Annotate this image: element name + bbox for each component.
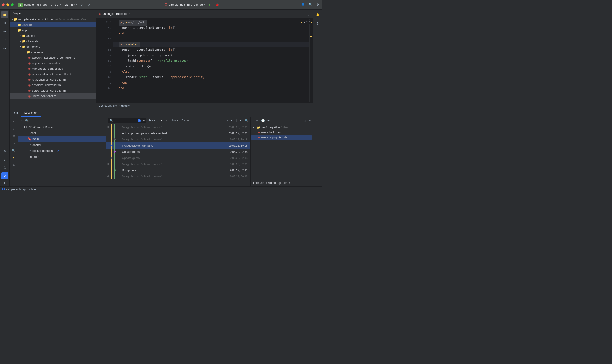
remote-node[interactable]: › Remote <box>18 154 106 160</box>
more-tool-button[interactable]: … <box>1 44 8 51</box>
maximize-window-button[interactable] <box>11 3 14 6</box>
eye-icon[interactable]: 👁 <box>240 119 243 122</box>
tree-item-app[interactable]: ▾ 📁 app <box>10 27 96 33</box>
project-tool-button[interactable]: 📁 <box>1 11 8 18</box>
history-icon[interactable]: 🕘 <box>261 119 265 122</box>
more-icon[interactable]: ⋮ <box>222 2 227 8</box>
commit-row[interactable]: Include broken-up tests19.05.22, 19:18 <box>106 143 250 149</box>
more-icon[interactable]: ⋮ <box>302 111 305 115</box>
detail-folder[interactable]: ▾ 📁 test/integration 2 files <box>251 125 312 130</box>
tab-more-button[interactable]: ⋮ <box>304 10 313 18</box>
branch-docker[interactable]: ⎇ docker <box>18 142 106 148</box>
close-tab-icon[interactable]: × <box>128 12 130 15</box>
eye-icon[interactable]: 👁 <box>267 119 270 122</box>
regex-toggle[interactable]: .* <box>138 119 141 122</box>
database-button[interactable]: 🗄 <box>314 20 321 27</box>
debug-button[interactable]: 🐞 <box>214 2 220 8</box>
git-update-button[interactable]: ↙ <box>1 156 8 163</box>
structure-tool-button[interactable]: ⊞ <box>1 19 8 26</box>
revert-icon[interactable]: ↶ <box>256 119 259 122</box>
commit-row[interactable]: Update gems19.05.22, 02:35 <box>106 149 250 155</box>
head-branch-row[interactable]: HEAD (Current Branch) <box>18 124 106 130</box>
cherry-pick-icon[interactable]: ᛘ <box>235 119 237 122</box>
run-button[interactable]: ▶ <box>207 2 213 8</box>
user-filter[interactable]: User▾ <box>170 119 179 122</box>
tree-item-assets[interactable]: › 📁 assets <box>10 33 96 38</box>
delete-branch-button[interactable]: 🗑 <box>11 133 16 139</box>
run-configuration[interactable]: ❒ sample_rails_app_7th_ed ▾ <box>165 3 206 6</box>
detail-files[interactable]: ▾ 📁 test/integration 2 files ◆users_logi… <box>250 124 313 179</box>
run-tool-button[interactable]: ▷ <box>1 36 8 43</box>
add-branch-button[interactable]: ＋ <box>11 118 16 124</box>
editor-tab-users-controller[interactable]: ◉ users_controller.rb × <box>96 10 133 18</box>
compare-button[interactable]: ⤳ <box>11 141 16 146</box>
find-button[interactable]: 🔍 <box>11 148 16 153</box>
breadcrumb-class[interactable]: UsersController <box>99 104 117 107</box>
detail-file-2[interactable]: ◆users_signup_test.rb <box>251 135 312 140</box>
editor-code[interactable]: ◎ /users/:id/edit def edit @user = User.… <box>113 19 309 102</box>
incoming-icon[interactable]: ↙ <box>79 2 84 8</box>
branches-search[interactable]: ‹ 🔍 <box>18 117 106 124</box>
tree-item-bundle[interactable]: › 📁 .bundle <box>10 22 96 27</box>
git-tab-git[interactable]: Git <box>11 109 21 117</box>
git-tool-button[interactable]: ⎇ <box>1 172 8 180</box>
editor-body[interactable]: ▲ 2 ˄ ˅ 31⎘ 32 33 34 35 36 37 38 39 40 4… <box>96 19 313 102</box>
tree-item-users-controller[interactable]: ◉ users_controller.rb <box>10 93 96 99</box>
find-icon[interactable]: 🔍 <box>245 119 248 122</box>
status-indicator-icon[interactable] <box>2 188 5 190</box>
editor-minimap[interactable] <box>309 19 313 102</box>
terminal-tool-button[interactable]: ⎚ <box>1 147 8 155</box>
commit-search[interactable]: 🔍 .* Cc <box>108 118 146 123</box>
commit-row[interactable]: Merge branch 'following-users'19.05.22, … <box>106 173 250 180</box>
refresh-icon[interactable]: ⟲ <box>231 119 233 122</box>
commit-tool-button[interactable]: ⊸ <box>1 27 8 35</box>
favorite-button[interactable]: ★ <box>11 155 16 160</box>
tree-item-static-pages-controller[interactable]: ◉ static_pages_controller.rb <box>10 88 96 93</box>
commit-row[interactable]: Update gems19.05.22, 02:35 <box>106 155 250 161</box>
tree-item-password-resets-controller[interactable]: ◉ password_resets_controller.rb <box>10 71 96 77</box>
date-filter[interactable]: Date▾ <box>180 119 190 122</box>
editor-breadcrumb[interactable]: UsersController › update <box>96 102 313 109</box>
outgoing-icon[interactable]: ↗ <box>86 2 92 8</box>
track-button[interactable]: ⊕ <box>11 162 16 168</box>
branch-selector[interactable]: ⎇ main ▾ <box>65 3 77 6</box>
close-icon[interactable]: × <box>309 119 311 122</box>
clear-icon[interactable]: × <box>166 119 168 122</box>
checkout-button[interactable]: ↙ <box>11 126 16 131</box>
problems-tool-button[interactable]: ① <box>1 164 8 171</box>
commit-row[interactable]: Add improved password-reset test20.05.22… <box>106 130 250 136</box>
project-panel-header[interactable]: Project ▾ <box>10 10 96 16</box>
tree-item-microposts-controller[interactable]: ◉ microposts_controller.rb <box>10 66 96 71</box>
close-window-button[interactable] <box>2 3 5 6</box>
back-icon[interactable]: ‹ <box>20 119 24 122</box>
commit-row[interactable]: Merge branch 'following-users'19.05.22, … <box>106 161 250 167</box>
editor-gutter[interactable]: 31⎘ 32 33 34 35 36 37 38 39 40 41 42 43 <box>96 19 113 102</box>
commit-row[interactable]: Merge branch 'following-users'20.05.22, … <box>106 124 250 130</box>
status-project[interactable]: sample_rails_app_7th_ed <box>6 188 37 191</box>
breadcrumb-method[interactable]: update <box>121 104 130 107</box>
tree-item-relationships-controller[interactable]: ◉ relationships_controller.rb <box>10 77 96 82</box>
project-tree[interactable]: ▾ 📁 sample_rails_app_7th_ed ~/RubyminePr… <box>10 16 96 109</box>
commit-row[interactable]: Merge branch 'following-users'19.05.22, … <box>106 136 250 143</box>
chevron-right-icon[interactable]: › <box>1 180 8 185</box>
go-to-ref-icon[interactable]: » <box>227 119 228 122</box>
minimize-window-button[interactable] <box>6 3 9 6</box>
tree-item-application-controller[interactable]: ◉ application_controller.rb <box>10 60 96 66</box>
branch-filter[interactable]: Branch: main × <box>147 119 169 122</box>
tree-root[interactable]: ▾ 📁 sample_rails_app_7th_ed ~/RubyminePr… <box>10 16 96 22</box>
tree-item-account-activations[interactable]: ◉ account_activations_controller.rb <box>10 55 96 60</box>
code-with-me-icon[interactable]: 👤 <box>300 2 306 8</box>
tree-item-controllers[interactable]: ▾ 📁 controllers <box>10 44 96 49</box>
notifications-button[interactable]: 🔔 <box>314 11 321 18</box>
tree-item-concerns[interactable]: › 📁 concerns <box>10 49 96 55</box>
tree-item-channels[interactable]: › 📁 channels <box>10 38 96 44</box>
local-node[interactable]: ▾ Local <box>18 130 106 136</box>
detail-file-1[interactable]: ◆users_login_test.rb <box>251 130 312 135</box>
git-tab-log[interactable]: Log: main <box>21 109 41 117</box>
commit-row[interactable]: Bump rails19.05.22, 02:31 <box>106 167 250 173</box>
search-everywhere-icon[interactable]: 🔍 <box>308 2 313 8</box>
cherry-pick-icon[interactable]: ᛘ <box>252 119 254 122</box>
branch-main[interactable]: 🔖 main <box>18 136 106 142</box>
branch-docker-compose[interactable]: ⎇ docker-compose ↙ <box>18 148 106 154</box>
commit-list[interactable]: Merge branch 'following-users'20.05.22, … <box>106 124 250 186</box>
